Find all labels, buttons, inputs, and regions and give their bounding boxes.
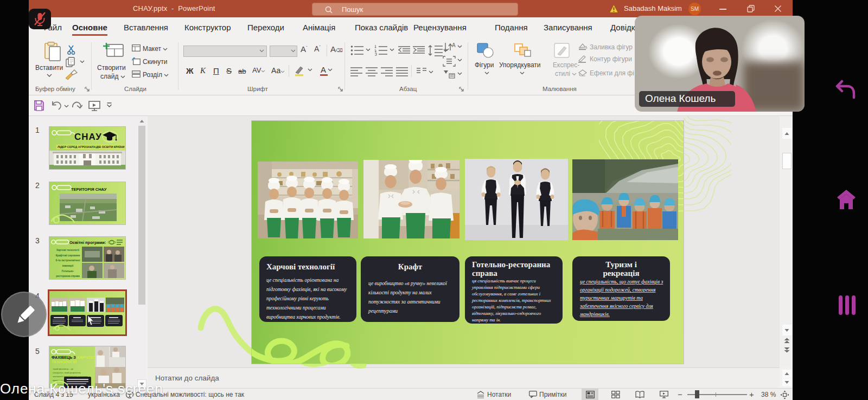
svg-text:А: А	[452, 42, 456, 48]
